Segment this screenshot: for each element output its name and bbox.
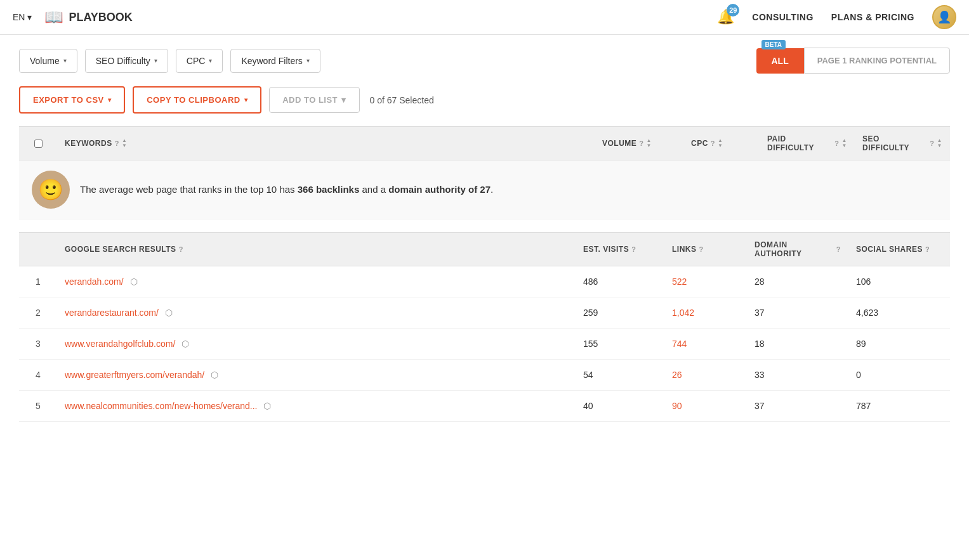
lang-chevron: ▾ bbox=[27, 12, 32, 22]
table-row: 4 www.greaterftmyers.com/verandah/ ⬡ 54 … bbox=[19, 360, 950, 391]
export-csv-label: EXPORT TO CSV bbox=[33, 95, 104, 105]
logo: 📖 PLAYBOOK bbox=[44, 8, 132, 26]
avatar-emoji: 🙂 bbox=[38, 178, 63, 202]
results-section: GOOGLE SEARCH RESULTS ? EST. VISITS ? LI… bbox=[19, 232, 950, 422]
est-visits-header[interactable]: EST. VISITS ? bbox=[576, 240, 664, 258]
external-link-icon[interactable]: ⬡ bbox=[130, 277, 138, 287]
lang-selector[interactable]: EN ▾ bbox=[13, 12, 32, 22]
social-shares-cell: 4,623 bbox=[848, 308, 950, 318]
external-link-icon[interactable]: ⬡ bbox=[181, 339, 189, 349]
domain-authority-cell: 18 bbox=[747, 339, 848, 349]
select-all-checkbox[interactable] bbox=[34, 140, 43, 148]
keywords-header[interactable]: KEYWORDS ? ▲▼ bbox=[57, 134, 595, 152]
external-link-icon[interactable]: ⬡ bbox=[165, 308, 173, 318]
result-url[interactable]: verandarestaurant.com/ bbox=[65, 308, 159, 318]
seo-diff-sort[interactable]: ▲▼ bbox=[937, 138, 942, 148]
domain-authority-cell: 28 bbox=[747, 277, 848, 287]
external-link-icon[interactable]: ⬡ bbox=[263, 401, 271, 411]
all-button[interactable]: ALL bbox=[756, 48, 804, 74]
social-shares-help-icon[interactable]: ? bbox=[925, 245, 930, 253]
keyword-filters-label: Keyword Filters bbox=[241, 56, 302, 66]
seo-difficulty-header[interactable]: SEO DIFFICULTY ? ▲▼ bbox=[855, 134, 950, 152]
est-visits-cell: 486 bbox=[576, 277, 664, 287]
add-to-list-button[interactable]: ADD TO LIST ▾ bbox=[269, 87, 359, 113]
copy-clipboard-button[interactable]: COPY TO CLIPBOARD ▾ bbox=[133, 86, 261, 114]
links-cell: 522 bbox=[664, 277, 747, 287]
volume-chevron: ▾ bbox=[63, 57, 67, 64]
est-visits-help-icon[interactable]: ? bbox=[631, 245, 636, 253]
keywords-help-icon[interactable]: ? bbox=[115, 140, 119, 147]
plans-pricing-link[interactable]: PLANS & PRICING bbox=[831, 12, 914, 22]
domain-authority-help-icon[interactable]: ? bbox=[836, 245, 841, 253]
social-shares-cell: 89 bbox=[848, 339, 950, 349]
est-visits-cell: 54 bbox=[576, 370, 664, 380]
person-avatar: 🙂 bbox=[32, 171, 70, 209]
external-link-icon[interactable]: ⬡ bbox=[211, 370, 218, 380]
rank-cell: 2 bbox=[19, 308, 57, 318]
results-header: GOOGLE SEARCH RESULTS ? EST. VISITS ? LI… bbox=[19, 232, 950, 266]
result-url[interactable]: www.verandahgolfclub.com/ bbox=[65, 339, 175, 349]
consulting-link[interactable]: CONSULTING bbox=[752, 12, 814, 22]
links-header[interactable]: LINKS ? bbox=[664, 240, 747, 258]
cpc-help-icon[interactable]: ? bbox=[711, 140, 715, 147]
bell-button[interactable]: 🔔 29 bbox=[717, 9, 734, 25]
rank-cell: 3 bbox=[19, 339, 57, 349]
volume-header[interactable]: VOLUME ? ▲▼ bbox=[595, 134, 683, 152]
domain-authority-value: domain authority of 27 bbox=[388, 184, 491, 195]
avatar[interactable]: 👤 bbox=[932, 5, 956, 29]
url-cell: www.greaterftmyers.com/verandah/ ⬡ bbox=[57, 370, 576, 380]
volume-sort[interactable]: ▲▼ bbox=[647, 138, 652, 148]
backlinks-value: 366 backlinks bbox=[298, 184, 360, 195]
volume-filter[interactable]: Volume ▾ bbox=[19, 49, 77, 73]
links-help-icon[interactable]: ? bbox=[699, 245, 704, 253]
social-shares-cell: 106 bbox=[848, 277, 950, 287]
cpc-header[interactable]: CPC ? ▲▼ bbox=[683, 134, 760, 152]
action-row: EXPORT TO CSV ▾ COPY TO CLIPBOARD ▾ ADD … bbox=[19, 86, 950, 114]
book-icon: 📖 bbox=[44, 8, 63, 26]
notification-badge: 29 bbox=[727, 4, 739, 16]
links-cell: 1,042 bbox=[664, 308, 747, 318]
seo-difficulty-chevron: ▾ bbox=[154, 57, 157, 64]
cpc-filter[interactable]: CPC ▾ bbox=[176, 49, 223, 73]
est-visits-cell: 155 bbox=[576, 339, 664, 349]
info-text: The average web page that ranks in the t… bbox=[80, 182, 493, 197]
result-url[interactable]: www.greaterftmyers.com/verandah/ bbox=[65, 370, 204, 380]
social-shares-cell: 0 bbox=[848, 370, 950, 380]
info-text-before: The average web page that ranks in the t… bbox=[80, 184, 298, 195]
paid-diff-help-icon[interactable]: ? bbox=[834, 140, 839, 147]
select-all-header[interactable] bbox=[19, 134, 57, 152]
ranking-filter-group: BETA ALL PAGE 1 RANKING POTENTIAL bbox=[756, 48, 951, 74]
table-row: 5 www.nealcommunities.com/new-homes/vera… bbox=[19, 391, 950, 422]
domain-authority-cell: 37 bbox=[747, 308, 848, 318]
result-url[interactable]: www.nealcommunities.com/new-homes/verand… bbox=[65, 401, 257, 411]
keyword-filters[interactable]: Keyword Filters ▾ bbox=[230, 49, 320, 73]
cpc-sort[interactable]: ▲▼ bbox=[718, 138, 723, 148]
seo-diff-help-icon[interactable]: ? bbox=[930, 140, 934, 147]
volume-help-icon[interactable]: ? bbox=[639, 140, 643, 147]
export-csv-chevron: ▾ bbox=[108, 96, 112, 103]
results-rows: 1 verandah.com/ ⬡ 486 522 28 106 2 veran… bbox=[19, 266, 950, 422]
rank-cell: 4 bbox=[19, 370, 57, 380]
google-results-help-icon[interactable]: ? bbox=[179, 245, 183, 253]
info-text-middle: and a bbox=[359, 184, 388, 195]
social-shares-cell: 787 bbox=[848, 401, 950, 411]
google-results-header[interactable]: GOOGLE SEARCH RESULTS ? bbox=[57, 240, 576, 258]
export-csv-button[interactable]: EXPORT TO CSV ▾ bbox=[19, 86, 125, 114]
top-nav: EN ▾ 📖 PLAYBOOK 🔔 29 CONSULTING PLANS & … bbox=[0, 0, 969, 35]
social-shares-header[interactable]: SOCIAL SHARES ? bbox=[848, 240, 950, 258]
result-url[interactable]: verandah.com/ bbox=[65, 277, 124, 287]
seo-difficulty-filter[interactable]: SEO Difficulty ▾ bbox=[85, 49, 168, 73]
cpc-label: CPC bbox=[187, 56, 206, 66]
beta-badge: BETA bbox=[761, 40, 786, 49]
info-text-after: . bbox=[491, 184, 493, 195]
domain-authority-header[interactable]: DOMAIN AUTHORITY ? bbox=[747, 240, 848, 258]
page1-button[interactable]: PAGE 1 RANKING POTENTIAL bbox=[804, 48, 950, 74]
links-cell: 90 bbox=[664, 401, 747, 411]
keyword-filters-chevron: ▾ bbox=[307, 57, 310, 64]
keywords-sort[interactable]: ▲▼ bbox=[122, 138, 127, 148]
paid-difficulty-header[interactable]: PAID DIFFICULTY ? ▲▼ bbox=[760, 134, 855, 152]
nav-right: 🔔 29 CONSULTING PLANS & PRICING 👤 bbox=[717, 5, 956, 29]
paid-diff-sort[interactable]: ▲▼ bbox=[842, 138, 847, 148]
info-banner: 🙂 The average web page that ranks in the… bbox=[19, 160, 950, 219]
copy-clipboard-label: COPY TO CLIPBOARD bbox=[147, 95, 240, 105]
